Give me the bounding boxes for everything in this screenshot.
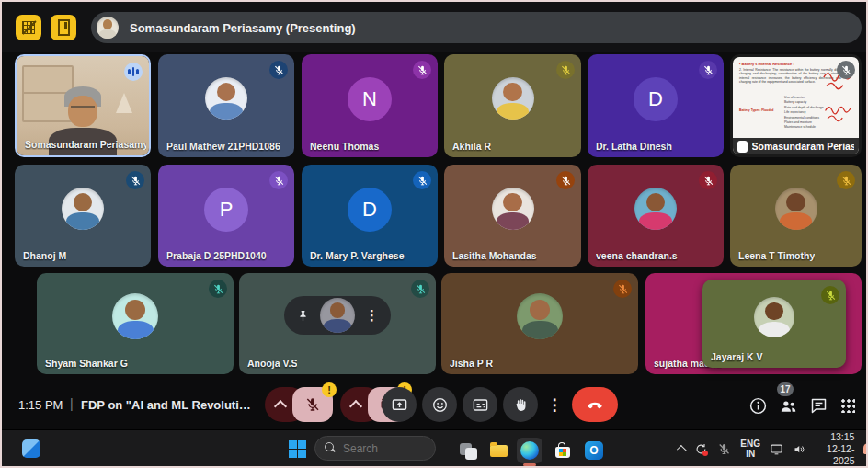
reactions-button[interactable] [422, 387, 457, 422]
participant-tile[interactable]: Somasundaram Periasamy [15, 54, 151, 157]
more-options-icon[interactable]: ⋮ [365, 307, 379, 324]
tray-chevron-up-icon[interactable] [677, 445, 688, 456]
participant-tile[interactable]: Jisha P R [441, 273, 638, 374]
captions-button[interactable] [463, 387, 497, 422]
mic-off-icon [304, 396, 321, 413]
taskbar-search-input[interactable] [314, 436, 436, 461]
chevron-up-icon [274, 400, 287, 413]
participant-tile[interactable]: Leena T Timothy [730, 165, 862, 267]
start-button[interactable] [289, 440, 306, 458]
file-explorer-button[interactable] [485, 438, 511, 463]
task-view-button[interactable] [454, 438, 480, 463]
chevron-up-icon [349, 400, 362, 413]
meet-top-bar: Somasundaram Periasamy (Presenting) [2, 2, 866, 52]
participant-tile[interactable]: N Neenu Thomas [302, 54, 438, 157]
language-indicator[interactable]: ENG IN [740, 439, 760, 459]
mic-toggle-button[interactable]: ! [292, 387, 333, 422]
outlook-button[interactable]: O [581, 438, 607, 463]
mic-muted-icon [837, 171, 855, 189]
participant-name: Jayaraj K V [711, 351, 763, 362]
participant-tile[interactable]: Akhila R [444, 54, 581, 157]
taskbar-clock[interactable]: 13:15 12-12-2025 [816, 431, 854, 467]
share-source-label: Somasundaram Periasam... [752, 141, 854, 152]
person-glasses [71, 106, 95, 113]
apps-grid-icon [841, 399, 855, 413]
slide-side-label: Battery Types: Flooded [739, 108, 774, 112]
present-screen-button[interactable] [382, 387, 417, 422]
letter-avatar: D [634, 77, 678, 121]
presenting-banner[interactable]: Somasundaram Periasamy (Presenting) [91, 12, 862, 43]
screen-share-tile[interactable]: • Battery's Internal Resistance : 2. Int… [730, 54, 862, 157]
annotation-grid-off-button[interactable] [16, 15, 41, 40]
outlook-icon: O [585, 441, 603, 460]
avatar [205, 77, 247, 120]
volume-icon[interactable] [793, 440, 806, 457]
door-icon [58, 19, 70, 36]
pin-icon[interactable] [296, 309, 310, 323]
participant-tile[interactable]: D Dr. Latha Dinesh [588, 54, 724, 157]
participant-tile[interactable]: P Prabaja D 25PHD1040 [158, 165, 294, 267]
info-icon [748, 396, 768, 416]
letter-avatar: N [348, 77, 392, 121]
system-tray: ENG IN 13:15 12-12-2025 [679, 430, 868, 467]
participant-tile[interactable]: Lasitha Mohandas [444, 165, 581, 267]
microsoft-store-button[interactable] [550, 438, 576, 463]
participant-name: Akhila R [452, 141, 491, 152]
participant-name: Lasitha Mohandas [452, 250, 537, 261]
store-bag-icon [555, 447, 570, 458]
show-participants-button[interactable] [777, 394, 799, 417]
participant-tile[interactable]: Paul Mathew 21PHD1086 [158, 54, 294, 157]
meeting-details-button[interactable] [747, 394, 769, 417]
mic-muted-icon [556, 61, 575, 79]
chat-button[interactable] [807, 394, 829, 417]
notification-bell-icon[interactable] [863, 443, 868, 454]
folder-icon [490, 445, 508, 457]
widgets-icon[interactable] [22, 439, 40, 458]
edge-icon [520, 441, 539, 460]
avatar [517, 293, 563, 339]
participant-name: veena chandran.s [596, 250, 678, 261]
chat-icon [809, 396, 828, 416]
participant-tile[interactable]: veena chandran.s [588, 165, 724, 267]
leave-call-button[interactable] [572, 387, 618, 422]
sync-status-icon[interactable] [694, 440, 708, 457]
participant-name: Leena T Timothy [738, 250, 815, 261]
participant-name: Prabaja D 25PHD1040 [166, 250, 267, 261]
participant-name: Neenu Thomas [310, 141, 379, 152]
mic-muted-icon [837, 61, 855, 79]
mic-muted-icon [413, 171, 431, 189]
speaking-indicator-icon [124, 63, 143, 81]
participant-name: Anooja V.S [247, 358, 297, 369]
meeting-clock: 1:15 PM [18, 398, 63, 412]
raise-hand-button[interactable] [503, 387, 538, 422]
participant-tile[interactable]: D Dr. Mary P. Varghese [302, 165, 438, 267]
phone-hangup-icon [586, 395, 604, 414]
raised-hand-icon [512, 396, 530, 414]
mic-muted-icon [126, 171, 144, 189]
mic-muted-icon [269, 61, 288, 79]
mic-muted-icon [699, 61, 717, 79]
mic-muted-icon [269, 171, 288, 189]
share-label-bar: ↑ Somasundaram Periasam... [733, 138, 859, 154]
edge-browser-button[interactable] [517, 438, 542, 463]
participant-name: Dr. Mary P. Varghese [310, 250, 405, 261]
activities-button[interactable] [837, 394, 859, 417]
more-options-button[interactable]: ⋮ [543, 387, 565, 422]
display-cast-icon[interactable] [770, 440, 783, 457]
slide-title: • Battery's Internal Resistance : [739, 62, 794, 66]
presenter-avatar [97, 17, 119, 39]
participant-tile[interactable]: Dhanoj M [15, 165, 151, 267]
mic-muted-icon [209, 280, 227, 298]
participant-tile[interactable]: ⋮ Anooja V.S [239, 273, 436, 374]
tray-mic-muted-icon[interactable] [717, 440, 731, 457]
crossed-grid-icon [22, 21, 35, 34]
participant-tile[interactable]: Jayaraj K V [702, 280, 846, 368]
avatar [775, 188, 817, 230]
avatar [492, 77, 534, 120]
smiley-icon [431, 396, 449, 414]
avatar [634, 188, 677, 230]
presenting-banner-label: Somasundaram Periasamy (Presenting) [130, 21, 356, 35]
exit-door-button[interactable] [51, 15, 76, 40]
participant-tile[interactable]: Shyam Shankar G [37, 273, 234, 374]
people-icon [779, 396, 798, 416]
